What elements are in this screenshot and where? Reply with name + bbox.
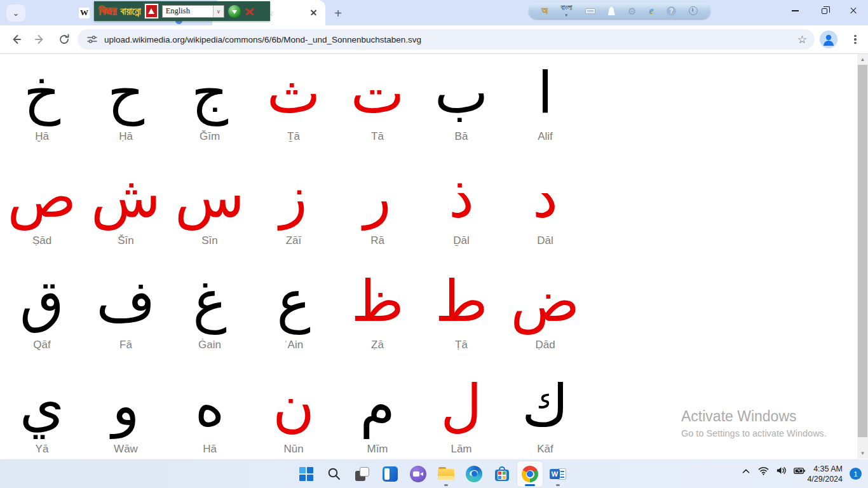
battery-button[interactable] bbox=[793, 464, 806, 479]
avro-logo-icon[interactable]: অ bbox=[541, 6, 548, 16]
arabic-letter-glyph: ل bbox=[440, 377, 482, 434]
windows-taskbar: W bbox=[0, 459, 868, 488]
chrome-icon bbox=[522, 466, 538, 482]
letter-transliteration: Yā bbox=[36, 444, 49, 456]
taskbar-search-button[interactable] bbox=[322, 461, 347, 487]
minimize-button[interactable] bbox=[780, 0, 810, 22]
chat-button[interactable] bbox=[405, 461, 431, 487]
profile-avatar[interactable] bbox=[820, 30, 837, 48]
arabic-letter-glyph: ف bbox=[96, 273, 155, 330]
volume-button[interactable] bbox=[775, 464, 787, 479]
letter-transliteration: Dāl bbox=[537, 235, 553, 247]
scroll-down-arrow[interactable]: ▼ bbox=[857, 448, 868, 459]
forward-button[interactable] bbox=[31, 30, 50, 49]
arabic-letter-glyph: ز bbox=[280, 168, 307, 226]
browser-fix-icon[interactable]: e bbox=[649, 6, 654, 16]
vertical-scrollbar[interactable]: ▲ ▼ bbox=[857, 54, 868, 459]
letter-transliteration: ʿAin bbox=[284, 339, 303, 351]
widgets-button[interactable] bbox=[377, 461, 403, 487]
letter-transliteration: Ḏāl bbox=[453, 235, 470, 247]
close-icon bbox=[850, 7, 857, 15]
arabic-letter-glyph: ن bbox=[273, 377, 315, 434]
letter-transliteration: Ẓā bbox=[371, 339, 384, 351]
arabic-letter-glyph: ح bbox=[107, 64, 144, 121]
arabic-letter-glyph: ا bbox=[537, 64, 553, 121]
bookmark-star-icon[interactable]: ☆ bbox=[797, 33, 807, 46]
letter-cell: ن Nūn bbox=[252, 367, 336, 459]
letter-transliteration: Zāī bbox=[286, 235, 302, 247]
arabic-letter-glyph: ج bbox=[191, 64, 228, 121]
letter-transliteration: Mīm bbox=[367, 444, 388, 456]
activate-windows-watermark: Activate Windows Go to Settings to activ… bbox=[681, 408, 827, 438]
edge-button[interactable] bbox=[461, 461, 487, 487]
bijoy-download-button[interactable] bbox=[228, 5, 241, 18]
microsoft-store-button[interactable] bbox=[489, 461, 515, 487]
new-tab-button[interactable]: + bbox=[329, 4, 347, 22]
restore-button[interactable] bbox=[810, 0, 839, 22]
onscreen-keyboard-icon[interactable] bbox=[608, 6, 615, 15]
tab-close-icon[interactable] bbox=[308, 7, 319, 18]
wifi-icon bbox=[757, 464, 770, 477]
letter-transliteration: Lām bbox=[451, 444, 471, 456]
letter-transliteration: Šīn bbox=[118, 235, 134, 247]
scroll-up-arrow[interactable]: ▲ bbox=[857, 54, 868, 65]
reload-icon bbox=[58, 33, 71, 46]
store-icon bbox=[494, 466, 510, 482]
back-arrow-icon bbox=[10, 33, 22, 46]
arabic-letter-glyph: ط bbox=[435, 273, 487, 330]
scrollbar-thumb[interactable] bbox=[858, 65, 867, 437]
letter-cell: ي Yā bbox=[0, 367, 84, 459]
tab-search-button[interactable]: ⌄ bbox=[6, 4, 25, 22]
bijoy-brand-script: বিজয় bbox=[99, 6, 117, 17]
letter-cell: ل Lām bbox=[419, 367, 503, 459]
letter-transliteration: Rā bbox=[370, 235, 384, 247]
active-app-indicator bbox=[525, 484, 535, 486]
file-explorer-button[interactable] bbox=[433, 461, 459, 487]
chevron-up-icon bbox=[740, 465, 752, 477]
letter-transliteration: Qāf bbox=[33, 339, 50, 351]
window-controls bbox=[780, 0, 868, 22]
letter-cell: س Sīn bbox=[168, 158, 252, 262]
letter-cell: ه Hā bbox=[168, 367, 252, 459]
word-button[interactable]: W bbox=[545, 461, 571, 487]
exit-icon[interactable] bbox=[689, 6, 698, 15]
url-text[interactable]: upload.wikimedia.org/wikipedia/commons/6… bbox=[104, 35, 421, 44]
tray-chevron-button[interactable] bbox=[740, 465, 752, 479]
letter-transliteration: Sīn bbox=[201, 235, 218, 247]
language-select-value: English bbox=[166, 6, 190, 16]
help-icon[interactable]: ? bbox=[667, 6, 676, 16]
avro-language-selector[interactable]: বাংলা ▾ bbox=[560, 4, 572, 17]
site-settings-icon[interactable] bbox=[86, 34, 98, 45]
desktop: ⌄ W Mond- und Son rg/wikipedia + বিজয় ব… bbox=[0, 0, 868, 488]
bijoy-close-button[interactable] bbox=[245, 6, 254, 16]
language-select[interactable]: English ∨ bbox=[162, 5, 224, 18]
reload-button[interactable] bbox=[55, 30, 74, 49]
chrome-button[interactable] bbox=[517, 461, 543, 487]
letter-cell: ب Bā bbox=[419, 54, 503, 158]
address-bar[interactable]: upload.wikimedia.org/wikipedia/commons/6… bbox=[78, 29, 815, 50]
close-button[interactable] bbox=[839, 0, 868, 22]
back-button[interactable] bbox=[6, 30, 25, 49]
letter-cell: غ Ġain bbox=[168, 262, 252, 367]
letter-transliteration: Ṣād bbox=[32, 235, 51, 247]
arabic-letter-glyph: ع bbox=[276, 273, 311, 330]
letter-cell: د Dāl bbox=[503, 158, 587, 262]
arabic-letter-glyph: ظ bbox=[351, 273, 403, 330]
letter-cell: ح Ḥā bbox=[84, 54, 168, 158]
network-button[interactable] bbox=[757, 464, 770, 479]
letter-cell: ظ Ẓā bbox=[336, 262, 419, 367]
edge-icon bbox=[466, 466, 482, 482]
widgets-icon bbox=[383, 466, 398, 482]
letter-transliteration: Ḍād bbox=[535, 339, 555, 351]
start-button[interactable] bbox=[294, 461, 319, 487]
arabic-letter-glyph: ض bbox=[511, 273, 580, 330]
clock[interactable]: 4:35 AM 4/29/2024 bbox=[807, 464, 843, 484]
arabic-letter-glyph: خ bbox=[24, 64, 60, 121]
browser-menu-button[interactable] bbox=[850, 32, 860, 47]
browser-toolbar: upload.wikimedia.org/wikipedia/commons/6… bbox=[0, 25, 868, 53]
task-view-button[interactable] bbox=[349, 461, 375, 487]
letter-cell: م Mīm bbox=[336, 367, 419, 459]
notification-badge[interactable]: 1 bbox=[850, 468, 862, 480]
keyboard-layout-icon[interactable] bbox=[585, 8, 595, 14]
gear-icon[interactable]: ⚙ bbox=[628, 6, 636, 16]
